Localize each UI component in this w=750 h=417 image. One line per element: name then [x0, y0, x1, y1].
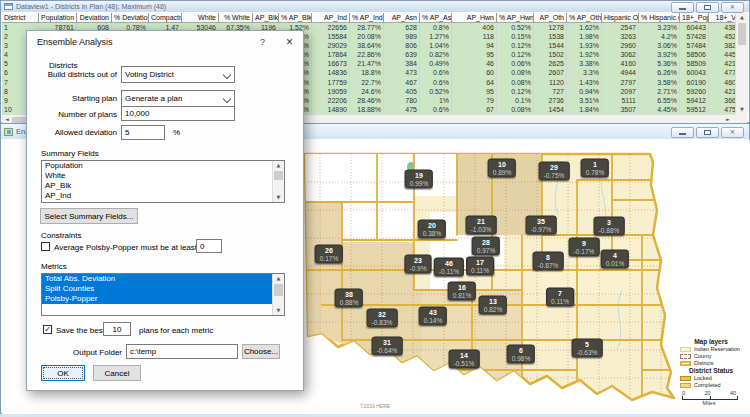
save-best-checkbox[interactable]: ✓ [43, 325, 52, 334]
number-of-plans-label: Number of plans [27, 110, 117, 119]
allowed-deviation-input[interactable] [121, 125, 165, 140]
scroll-up-icon[interactable]: ▲ [273, 274, 284, 283]
district-badge[interactable]: 160.81% [448, 282, 476, 301]
district-badge[interactable]: 190.99% [405, 170, 433, 189]
listbox-scroll-thumb[interactable] [274, 171, 283, 180]
district-badge[interactable]: 14-0.51% [449, 350, 480, 369]
close-button[interactable]: × [721, 2, 744, 13]
scroll-up-icon[interactable]: ▲ [273, 161, 284, 170]
district-badge[interactable]: 3-0.88% [594, 217, 625, 236]
list-item[interactable]: Polsby-Popper [42, 294, 284, 304]
district-badge[interactable]: 380.88% [335, 289, 363, 308]
help-button[interactable]: ? [260, 31, 265, 53]
number-of-plans-input[interactable] [121, 106, 235, 121]
district-number: 20 [423, 222, 441, 230]
table-cell: 3.51% [567, 96, 602, 105]
district-badge[interactable]: 70.11% [546, 288, 574, 307]
district-deviation: -0.51% [454, 359, 475, 366]
district-badge[interactable]: 8-0.87% [533, 252, 564, 271]
column-header: AP_Blk [253, 13, 279, 23]
legend-item: Completed [680, 382, 746, 388]
district-badge[interactable]: 430.14% [419, 307, 447, 326]
table-cell: 14890 [312, 105, 350, 114]
district-badge[interactable]: 29-0.75% [539, 162, 570, 181]
table-vertical-scrollbar[interactable]: ▲ ▼ [735, 13, 748, 114]
cancel-button[interactable]: Cancel [93, 365, 141, 381]
map-close-button[interactable]: × [721, 127, 744, 138]
metrics-listbox[interactable]: Total Abs. DeviationSplit CountiesPolsby… [41, 273, 285, 316]
table-cell: 22.7% [350, 78, 384, 87]
table-cell: 0.82% [420, 50, 452, 59]
district-number: 23 [410, 257, 427, 265]
scroll-up-icon[interactable]: ▲ [736, 13, 748, 22]
starting-plan-dropdown[interactable]: Generate a plan [121, 90, 235, 107]
select-summary-fields-button[interactable]: Select Summary Fields... [40, 208, 138, 224]
dialog-close-button[interactable]: × [286, 31, 293, 53]
list-item[interactable]: White [42, 171, 284, 181]
map-legend: Map layers Indian ReservationCountyDistr… [676, 338, 746, 406]
list-item[interactable]: AP_Blk [42, 181, 284, 191]
listbox-scroll-thumb[interactable] [274, 284, 283, 296]
dataview-titlebar[interactable]: Dataview1 - Districts in Plan (48); Maxi… [1, 1, 749, 12]
table-cell: 1% [420, 96, 452, 105]
district-badge[interactable]: 280.97% [472, 237, 500, 256]
restore-button[interactable] [696, 2, 719, 13]
district-badge[interactable]: 130.82% [479, 296, 507, 315]
listbox-scrollbar[interactable]: ▲ ▼ [272, 274, 284, 315]
minimize-icon [679, 133, 686, 135]
map-minimize-button[interactable] [671, 127, 694, 138]
polsby-popper-checkbox[interactable] [41, 242, 50, 251]
table-cell: 0.08% [497, 78, 534, 87]
table-cell: 3263 [602, 32, 639, 41]
district-number: 13 [484, 298, 502, 306]
list-item[interactable]: Population [42, 161, 284, 171]
district-badge[interactable]: 100.89% [488, 159, 516, 178]
table-cell: 628 [384, 23, 420, 32]
district-badge[interactable]: 35-0.97% [526, 216, 557, 235]
map-restore-button[interactable] [696, 127, 719, 138]
district-badge[interactable]: 31-0.64% [372, 337, 403, 356]
district-badge[interactable]: 60.98% [507, 345, 535, 364]
table-cell: 0.15% [497, 32, 534, 41]
district-number: 38 [340, 291, 358, 299]
district-badge[interactable]: 23-0.9% [405, 255, 432, 274]
district-badge[interactable]: 32-0.83% [367, 309, 398, 328]
listbox-scrollbar[interactable]: ▲ ▼ [272, 161, 284, 202]
district-badge[interactable]: 40.01% [601, 250, 629, 269]
scroll-down-icon[interactable]: ▼ [273, 306, 284, 315]
column-header: District [2, 13, 39, 23]
minimize-button[interactable] [671, 2, 694, 13]
choose-folder-button[interactable]: Choose... [242, 344, 280, 359]
table-cell: 20.08% [350, 32, 384, 41]
build-districts-dropdown[interactable]: Voting District [121, 66, 235, 83]
list-item[interactable]: AP_Ind [42, 191, 284, 201]
table-cell: 14836 [312, 68, 350, 77]
district-badge[interactable]: 9-0.17% [569, 238, 600, 257]
ok-button[interactable]: OK [41, 365, 85, 381]
table-cell: 58506 [680, 50, 709, 59]
summary-fields-listbox[interactable]: PopulationWhiteAP_BlkAP_Ind ▲ ▼ [41, 160, 285, 203]
output-folder-input[interactable] [126, 344, 238, 359]
district-deviation: -0.11% [439, 267, 459, 274]
table-cell: 2797 [602, 78, 639, 87]
district-badge[interactable]: 46-0.11% [434, 258, 464, 277]
district-badge[interactable]: 5-0.63% [572, 339, 603, 358]
district-badge[interactable]: 21-1.03% [466, 216, 497, 235]
district-badge[interactable]: 170.11% [466, 257, 494, 276]
table-cell: 67 [452, 105, 497, 114]
district-badge[interactable]: 10.78% [581, 159, 609, 178]
min-polsby-popper-input[interactable] [196, 239, 222, 253]
scroll-down-icon[interactable]: ▼ [736, 105, 748, 114]
district-number: 46 [439, 260, 459, 268]
table-cell: 3507 [602, 105, 639, 114]
list-item[interactable]: Split Counties [42, 284, 284, 294]
list-item[interactable]: Total Abs. Deviation [42, 274, 284, 284]
vscroll-thumb[interactable] [738, 23, 746, 45]
district-badge[interactable]: 260.17% [315, 245, 343, 264]
district-deviation: 0.97% [477, 246, 495, 253]
district-deviation: 0.01% [606, 259, 624, 266]
district-badge[interactable]: 200.38% [418, 220, 446, 239]
scroll-down-icon[interactable]: ▼ [273, 193, 284, 202]
save-best-count-input[interactable] [103, 322, 131, 336]
table-cell: 473 [384, 68, 420, 77]
